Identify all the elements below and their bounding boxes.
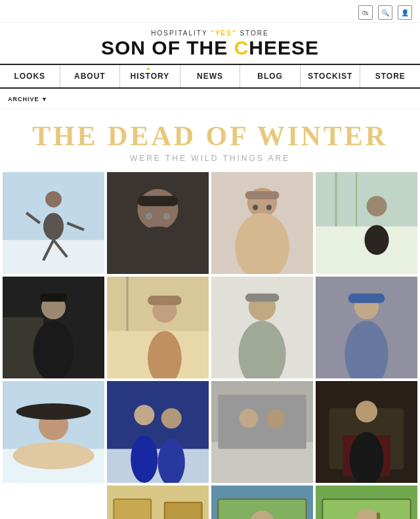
svg-rect-68: [165, 503, 202, 519]
svg-point-54: [131, 436, 158, 483]
top-icons-bar: 🛍 🔍 👤: [0, 0, 420, 23]
nav-news[interactable]: NEWS: [180, 65, 241, 87]
svg-rect-51: [107, 449, 209, 483]
svg-point-24: [367, 196, 387, 216]
nav-dot: [147, 68, 150, 70]
svg-point-3: [43, 213, 64, 240]
svg-rect-58: [218, 395, 306, 449]
nav-history[interactable]: HISTORY: [120, 65, 180, 87]
svg-rect-11: [138, 196, 178, 206]
svg-point-13: [163, 213, 170, 219]
photo-item[interactable]: [211, 485, 313, 519]
hero-subtitle: WERE THE WILD THINGS ARE: [7, 154, 413, 163]
photo-item[interactable]: [107, 485, 209, 519]
tagline: HOSPITALITY "YES" STORE: [0, 30, 420, 37]
photo-empty: [3, 485, 104, 519]
svg-point-2: [45, 191, 62, 208]
svg-rect-36: [148, 296, 182, 305]
photo-item[interactable]: [107, 381, 209, 483]
svg-point-60: [266, 409, 285, 428]
svg-point-53: [161, 408, 182, 428]
photo-item[interactable]: [316, 277, 417, 378]
store-text: STORE: [240, 30, 268, 37]
svg-point-48: [13, 442, 94, 469]
nav-looks[interactable]: LOOKS: [0, 65, 60, 87]
svg-point-12: [146, 213, 152, 219]
nav-about[interactable]: ABOUT: [60, 65, 121, 87]
hero-section: THE DEAD OF WINTER WERE THE WILD THINGS …: [0, 109, 420, 169]
photo-grid-row2: [0, 277, 420, 381]
svg-rect-44: [348, 294, 385, 303]
photo-grid-row1: [0, 169, 420, 277]
user-icon[interactable]: 👤: [398, 5, 412, 20]
photo-item[interactable]: [316, 485, 417, 519]
photo-grid-row4: [0, 485, 420, 519]
svg-point-64: [356, 401, 377, 422]
photo-item[interactable]: [211, 277, 313, 378]
hero-title: THE DEAD OF WINTER: [7, 122, 413, 150]
nav-stockist[interactable]: STOCKIST: [301, 65, 361, 87]
nav-blog[interactable]: BLOG: [240, 65, 301, 87]
photo-item[interactable]: [211, 381, 313, 483]
photo-item[interactable]: [316, 172, 417, 274]
main-nav: LOOKS ABOUT HISTORY NEWS BLOG STOCKIST S…: [0, 65, 420, 89]
svg-point-18: [266, 205, 272, 210]
site-header: HOSPITALITY "YES" STORE SON OF THE CHEES…: [0, 23, 420, 65]
nav-store[interactable]: STORE: [360, 65, 420, 87]
svg-point-9: [138, 189, 178, 230]
bag-icon[interactable]: 🛍: [358, 5, 373, 20]
photo-item[interactable]: [3, 381, 104, 483]
hospitality-text: HOSPITALITY: [151, 30, 207, 37]
search-icon[interactable]: 🔍: [378, 5, 392, 20]
photo-item[interactable]: [3, 277, 104, 378]
svg-rect-40: [245, 294, 280, 302]
svg-point-52: [134, 405, 154, 425]
svg-point-49: [16, 403, 91, 420]
site-logo[interactable]: SON OF THE CHEESE: [0, 37, 420, 58]
yes-text: "YES": [211, 30, 237, 37]
svg-point-25: [364, 225, 388, 255]
svg-rect-84: [377, 512, 380, 519]
photo-item[interactable]: [107, 277, 209, 378]
photo-item[interactable]: [211, 172, 313, 274]
svg-rect-67: [114, 499, 151, 519]
archive-label: ARCHIVE ▼: [8, 96, 48, 102]
svg-rect-19: [245, 191, 280, 199]
photo-item[interactable]: [316, 381, 417, 483]
photo-grid-row3: [0, 381, 420, 485]
svg-rect-30: [40, 294, 67, 302]
svg-point-59: [239, 409, 258, 428]
archive-bar[interactable]: ARCHIVE ▼: [0, 89, 420, 109]
photo-item[interactable]: [3, 172, 104, 274]
photo-item[interactable]: [107, 172, 209, 274]
svg-point-17: [253, 205, 258, 210]
svg-rect-1: [3, 240, 104, 274]
